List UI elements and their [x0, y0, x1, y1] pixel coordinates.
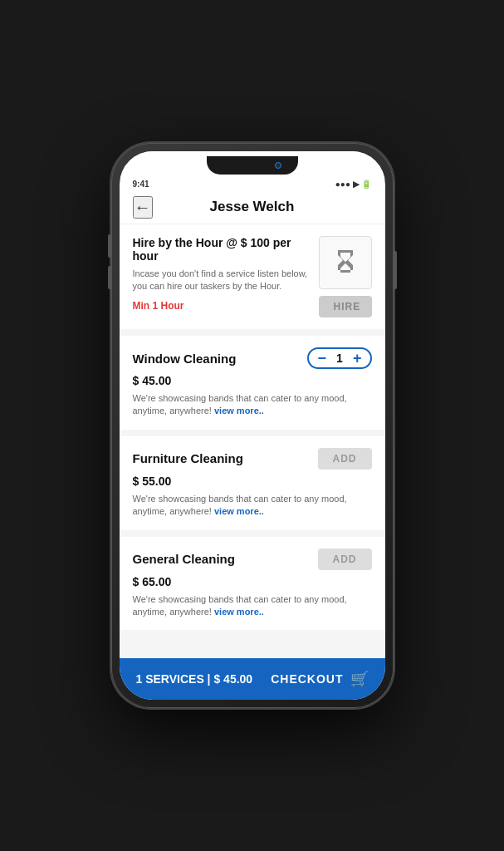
service-general-cleaning: General Cleaning ADD $ 65.00 We're showc…	[120, 537, 385, 631]
checkout-label: CHECKOUT	[271, 672, 343, 686]
view-more-furniture[interactable]: view more..	[214, 506, 264, 516]
status-bar: 9:41 ●●● ▶ 🔋	[120, 178, 385, 192]
signal-display: ●●● ▶ 🔋	[335, 180, 372, 189]
decrease-window-button[interactable]: −	[317, 351, 326, 366]
hire-action-area: HIRE	[319, 236, 372, 317]
service-window-cleaning: Window Cleaning − 1 + $ 45.00 We're show…	[120, 336, 385, 430]
hire-title: Hire by the Hour @ $ 100 per hour	[133, 236, 309, 263]
service-price-window: $ 45.00	[133, 374, 372, 387]
phone-screen: 9:41 ●●● ▶ 🔋 ← Jesse Welch Hire by the H…	[120, 151, 385, 700]
main-content: Hire by the Hour @ $ 100 per hour Incase…	[120, 224, 385, 658]
service-furniture-cleaning: Furniture Cleaning ADD $ 55.00 We're sho…	[120, 436, 385, 530]
cart-icon: 🛒	[350, 670, 369, 688]
page-title: Jesse Welch	[210, 199, 295, 215]
service-header-general: General Cleaning ADD	[133, 548, 372, 570]
phone-frame: 9:41 ●●● ▶ 🔋 ← Jesse Welch Hire by the H…	[111, 143, 394, 708]
hourglass-image	[319, 236, 372, 289]
checkout-services-count: 1 SERVICES | $ 45.00	[136, 672, 253, 686]
hourglass-icon	[330, 248, 360, 278]
page-header: ← Jesse Welch	[120, 192, 385, 224]
increase-window-button[interactable]: +	[353, 351, 362, 366]
service-price-furniture: $ 55.00	[133, 475, 372, 488]
service-header-window: Window Cleaning − 1 +	[133, 347, 372, 369]
hire-description: Incase you don't find a service listen b…	[133, 268, 309, 293]
time-display: 9:41	[133, 180, 149, 189]
service-title-window: Window Cleaning	[133, 352, 237, 366]
camera-icon	[275, 162, 281, 169]
back-button[interactable]: ←	[133, 196, 153, 219]
service-header-furniture: Furniture Cleaning ADD	[133, 448, 372, 470]
service-desc-general: We're showcasing bands that can cater to…	[133, 593, 372, 619]
service-title-general: General Cleaning	[133, 552, 235, 566]
hire-by-hour-section: Hire by the Hour @ $ 100 per hour Incase…	[120, 224, 385, 329]
service-desc-furniture: We're showcasing bands that can cater to…	[133, 493, 372, 519]
hire-button[interactable]: HIRE	[319, 296, 372, 317]
checkout-bar[interactable]: 1 SERVICES | $ 45.00 CHECKOUT 🛒	[120, 658, 385, 700]
qty-control-window: − 1 +	[307, 347, 371, 369]
service-title-furniture: Furniture Cleaning	[133, 451, 243, 465]
power-button	[394, 251, 397, 289]
view-more-window[interactable]: view more..	[214, 406, 264, 416]
view-more-general[interactable]: view more..	[214, 607, 264, 617]
service-price-general: $ 65.00	[133, 575, 372, 588]
volume-down-button	[108, 266, 111, 289]
qty-value-window: 1	[333, 352, 346, 365]
hire-min-label: Min 1 Hour	[133, 300, 309, 312]
hire-info: Hire by the Hour @ $ 100 per hour Incase…	[133, 236, 309, 312]
notch	[207, 156, 298, 175]
service-desc-window: We're showcasing bands that can cater to…	[133, 392, 372, 418]
add-general-button[interactable]: ADD	[318, 548, 372, 570]
notch-area	[120, 151, 385, 178]
add-furniture-button[interactable]: ADD	[318, 448, 372, 470]
volume-up-button	[108, 234, 111, 258]
checkout-action[interactable]: CHECKOUT 🛒	[271, 670, 368, 688]
